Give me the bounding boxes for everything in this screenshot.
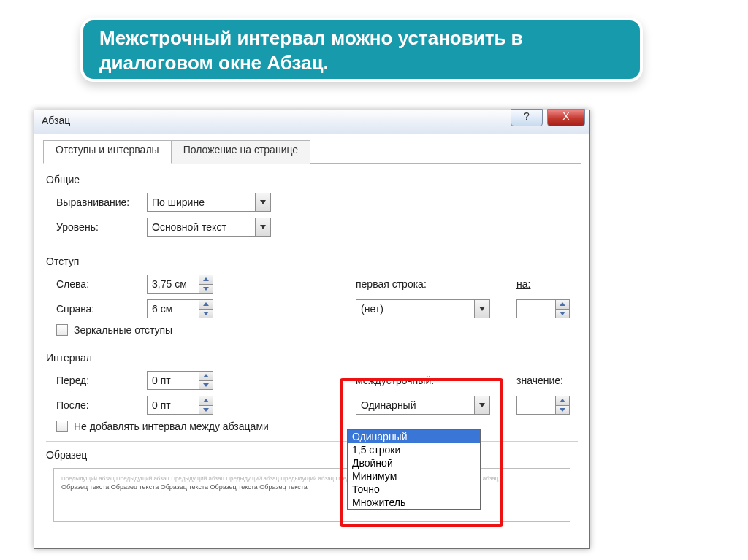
linespacing-value [517,396,555,414]
spinner-up-icon[interactable] [199,300,213,309]
spacing-before-spinner[interactable]: 0 пт [147,371,213,390]
section-indent: Отступ Слева: 3,75 см первая строка: на:… [43,256,581,336]
section-title: Интервал [43,352,581,364]
firstline-by-value [517,300,555,318]
linespacing-dropdown-list[interactable]: Одинарный 1,5 строки Двойной Минимум Точ… [347,429,481,510]
indent-left-spinner[interactable]: 3,75 см [147,275,213,294]
spacing-after-value: 0 пт [148,396,199,414]
spacing-before-label: Перед: [56,375,147,386]
indent-right-spinner[interactable]: 6 см [147,299,213,318]
section-title: Общие [43,174,581,185]
slide-banner: Межстрочный интервал можно установить в … [80,18,643,82]
section-general: Общие Выравнивание: По ширине Уровень: О… [43,174,581,237]
firstline-combo[interactable]: (нет) [356,299,490,318]
tab-strip: Отступы и интервалы Положение на страниц… [43,139,581,164]
linespacing-option[interactable]: Одинарный [348,430,480,443]
spacing-after-label: После: [56,399,147,411]
tab-page-position[interactable]: Положение на странице [171,140,310,164]
firstline-value: (нет) [356,303,474,315]
firstline-label: первая строка: [356,278,427,290]
banner-text: Межстрочный интервал можно установить в … [99,26,624,76]
linespacing-option[interactable]: Множитель [348,496,480,509]
linespacing-value-label: значение: [516,375,563,386]
linespacing-label: междустрочный: [356,375,434,386]
level-value: Основной текст [148,221,255,233]
level-label: Уровень: [56,221,147,233]
chevron-down-icon [255,193,270,211]
close-button[interactable]: X [547,109,585,126]
linespacing-combo-value: Одинарный [356,399,474,411]
preview-box: Предыдущий абзац Предыдущий абзац Предыд… [53,468,570,522]
linespacing-option[interactable]: Минимум [348,469,480,483]
spinner-up-icon[interactable] [199,372,213,380]
linespacing-option[interactable]: Двойной [348,456,480,469]
section-title: Отступ [43,256,581,267]
linespacing-option[interactable]: Точно [348,483,480,496]
no-add-space-checkbox[interactable] [56,421,68,432]
chevron-down-icon [474,300,489,318]
spinner-up-icon[interactable] [199,275,213,284]
spinner-down-icon[interactable] [556,309,569,318]
mirror-indents-label: Зеркальные отступы [74,324,172,336]
spinner-up-icon[interactable] [556,396,569,405]
titlebar: Абзац ? X [34,110,589,134]
level-combo[interactable]: Основной текст [147,218,271,237]
alignment-label: Выравнивание: [56,196,147,208]
indent-right-value: 6 см [148,300,199,318]
no-add-space-label: Не добавлять интервал между абзацами [74,421,269,432]
section-spacing: Интервал Перед: 0 пт междустрочный: знач… [43,352,581,432]
indent-left-value: 3,75 см [148,275,199,293]
linespacing-option[interactable]: 1,5 строки [348,443,480,456]
spinner-up-icon[interactable] [199,396,213,405]
chevron-down-icon [255,218,270,236]
alignment-combo[interactable]: По ширине [147,193,271,212]
section-preview: Образец Предыдущий абзац Предыдущий абза… [43,449,581,522]
help-button[interactable]: ? [511,109,543,126]
spinner-down-icon[interactable] [199,309,213,318]
firstline-by-label: на: [516,278,530,290]
linespacing-value-spinner[interactable] [516,396,570,415]
chevron-down-icon [474,396,489,414]
divider [46,441,578,442]
indent-right-label: Справа: [56,303,147,315]
alignment-value: По ширине [148,196,255,208]
linespacing-combo[interactable]: Одинарный [356,396,490,415]
dialog-title: Абзац [42,115,70,126]
spacing-before-value: 0 пт [148,372,199,389]
mirror-indents-checkbox[interactable] [56,324,68,336]
spacing-after-spinner[interactable]: 0 пт [147,396,213,415]
spinner-down-icon[interactable] [199,380,213,390]
spinner-up-icon[interactable] [556,300,569,309]
spinner-down-icon[interactable] [199,284,213,294]
tab-indents-spacing[interactable]: Отступы и интервалы [43,140,172,164]
paragraph-dialog: Абзац ? X Отступы и интервалы Положение … [34,110,590,549]
indent-left-label: Слева: [56,278,147,290]
preview-sample-text: Образец текста Образец текста Образец те… [61,483,562,492]
firstline-by-spinner[interactable] [516,299,570,318]
spinner-down-icon[interactable] [199,405,213,415]
section-title: Образец [43,449,581,461]
spinner-down-icon[interactable] [556,405,569,415]
preview-faint-text: Предыдущий абзац Предыдущий абзац Предыд… [61,475,562,483]
